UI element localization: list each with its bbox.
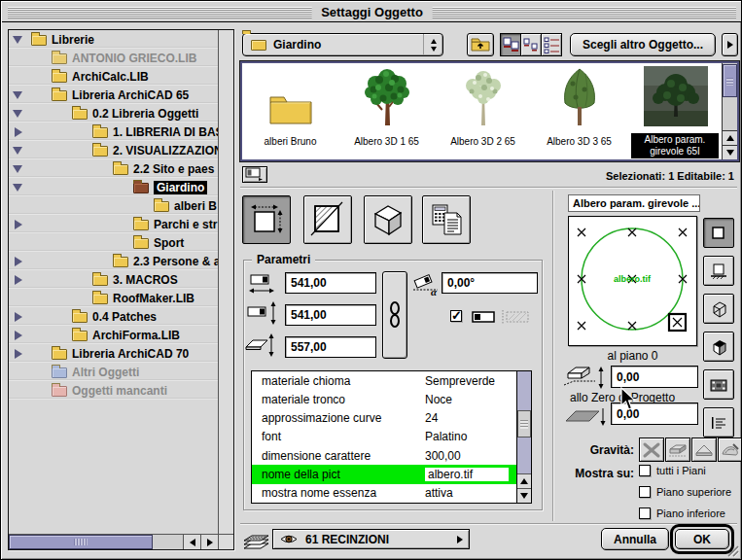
gravity-mesh-button[interactable] bbox=[718, 438, 742, 462]
scroll-down-icon bbox=[520, 493, 528, 499]
panel-layout-button[interactable] bbox=[242, 166, 267, 183]
tab-listing[interactable] bbox=[422, 195, 471, 244]
object-thumbnail-albero-param-girevole-65i[interactable]: Albero param. girevole 65I bbox=[627, 63, 722, 159]
height-input[interactable] bbox=[285, 336, 376, 358]
scroll-down-button[interactable] bbox=[723, 145, 737, 159]
layer-popup[interactable]: 61 RECINZIONI bbox=[272, 529, 470, 549]
tree-dense-thumbnail-icon bbox=[338, 66, 435, 126]
view-large-icons-button[interactable] bbox=[500, 33, 521, 56]
choose-other-object-button[interactable]: Scegli altro Oggetto... bbox=[570, 33, 716, 56]
parameter-row-dimensione-carattere[interactable]: dimensione carattere300,00 bbox=[252, 446, 516, 465]
disclosure-triangle-icon[interactable] bbox=[15, 275, 22, 285]
scrollbar-thumb[interactable] bbox=[517, 410, 531, 438]
gravity-slab-button[interactable] bbox=[665, 438, 690, 462]
tree-item-1-libreria-di-bas[interactable]: 1. LIBRERIA DI BAS bbox=[9, 122, 218, 141]
disclosure-triangle-icon[interactable] bbox=[13, 165, 22, 173]
disclosure-triangle-icon[interactable] bbox=[15, 257, 22, 266]
tree-item-sport[interactable]: Sport bbox=[9, 233, 218, 252]
tree-item-librerie[interactable]: Librerie bbox=[9, 30, 218, 49]
disclosure-triangle-icon[interactable] bbox=[13, 91, 22, 99]
depth-input[interactable] bbox=[285, 304, 376, 326]
tree-item-altri-oggetti[interactable]: Altri Oggetti bbox=[9, 363, 218, 381]
mirror-checkbox[interactable] bbox=[450, 310, 462, 322]
parameter-row-approssimazione-curve[interactable]: approssimazione curve24 bbox=[252, 409, 516, 428]
folder-popup[interactable]: Giardino bbox=[242, 33, 443, 56]
checkbox-piano-inferiore[interactable] bbox=[639, 508, 651, 519]
disclosure-triangle-icon[interactable] bbox=[13, 184, 22, 192]
object-thumbnail-albero-3d-3-65[interactable]: Albero 3D 3 65 bbox=[531, 63, 627, 159]
ok-button[interactable]: OK bbox=[675, 529, 729, 549]
tree-item-3-macros[interactable]: 3. MACROS bbox=[9, 270, 218, 289]
link-dimensions-button[interactable] bbox=[382, 271, 407, 359]
view-list-button[interactable] bbox=[541, 33, 562, 56]
disclosure-triangle-icon[interactable] bbox=[13, 110, 22, 118]
tree-item-parchi-e-str[interactable]: Parchi e str bbox=[9, 215, 218, 233]
elevation-to-floor-input[interactable] bbox=[611, 402, 698, 425]
disclosure-triangle-icon[interactable] bbox=[15, 331, 22, 340]
resize-grip-icon[interactable] bbox=[726, 544, 739, 557]
tree-item-archiforma-lib[interactable]: ArchiForma.LIB bbox=[9, 326, 218, 344]
disclosure-triangle-icon[interactable] bbox=[15, 312, 22, 322]
preview-front-view-button[interactable] bbox=[703, 256, 734, 286]
checkbox-tutti-i-piani[interactable] bbox=[639, 465, 651, 476]
more-options-button[interactable] bbox=[722, 33, 738, 56]
table-scrollbar[interactable] bbox=[516, 371, 531, 503]
tab-section-2d[interactable] bbox=[303, 195, 352, 244]
tree-item-giardino[interactable]: Giardino bbox=[9, 178, 218, 196]
tree-vertical-scrollbar[interactable] bbox=[218, 30, 233, 534]
tree-item-0-2-libreria-oggetti[interactable]: 0.2 Libreria Oggetti bbox=[9, 104, 218, 122]
preview-photorender-button[interactable] bbox=[703, 369, 734, 400]
tree-item-libreria-archicad-70[interactable]: Libreria ArchiCAD 70 bbox=[9, 344, 218, 363]
parameter-row-nome-della-pict[interactable]: nome della pictalbero.tif bbox=[252, 465, 516, 483]
browser-scrollbar[interactable] bbox=[722, 63, 737, 159]
scrollbar-thumb[interactable] bbox=[9, 535, 153, 549]
tree-item-oggetti-mancanti[interactable]: Oggetti mancanti bbox=[9, 381, 218, 400]
scrollbar-thumb[interactable] bbox=[723, 64, 737, 97]
parameter-row-mostra-nome-essenza[interactable]: mostra nome essenzaattiva bbox=[252, 484, 516, 503]
disclosure-triangle-icon[interactable] bbox=[15, 127, 22, 137]
parameter-value-editbox[interactable]: albero.tif bbox=[425, 468, 509, 481]
parameter-row-font[interactable]: fontPalatino bbox=[252, 428, 516, 446]
width-input[interactable] bbox=[285, 272, 376, 294]
tree-item-libreria-archicad-65[interactable]: Libreria ArchiCAD 65 bbox=[9, 86, 218, 104]
object-thumbnail-albero-3d-1-65[interactable]: Albero 3D 1 65 bbox=[338, 63, 435, 159]
disclosure-triangle-icon[interactable] bbox=[15, 220, 22, 229]
tab-dimensions[interactable] bbox=[242, 195, 291, 244]
scroll-up-button[interactable] bbox=[517, 473, 531, 488]
scroll-down-button[interactable] bbox=[517, 488, 531, 503]
view-small-icons-button[interactable] bbox=[520, 33, 542, 56]
disclosure-triangle-icon[interactable] bbox=[13, 36, 22, 44]
gravity-roof-button[interactable] bbox=[691, 438, 717, 462]
tree-item-archicalc-lib[interactable]: ArchiCalc.LIB bbox=[9, 67, 218, 86]
tree-item-2-2-sito-e-paes[interactable]: 2.2 Sito e paes bbox=[9, 159, 218, 178]
disclosure-triangle-icon[interactable] bbox=[13, 147, 22, 155]
scroll-right-button[interactable] bbox=[200, 535, 218, 549]
parameter-row-materiale-tronco[interactable]: materiale troncoNoce bbox=[252, 390, 516, 408]
checkbox-piano-superiore[interactable] bbox=[639, 486, 651, 498]
object-thumbnail-albero-3d-2-65[interactable]: Albero 3D 2 65 bbox=[435, 63, 531, 159]
disclosure-triangle-icon[interactable] bbox=[15, 349, 22, 359]
preview-shaded-button[interactable] bbox=[703, 332, 734, 362]
tree-item-0-4-patches[interactable]: 0.4 Patches bbox=[9, 307, 218, 326]
tree-item-2-3-persone-a[interactable]: 2.3 Persone & a bbox=[9, 252, 218, 270]
tree-item-2-visualizzazion[interactable]: 2. VISUALIZZAZION bbox=[9, 141, 218, 159]
tree-item-roofmaker-lib[interactable]: RoofMaker.LIB bbox=[9, 289, 218, 307]
tree-item-alberi-b[interactable]: alberi B bbox=[9, 196, 218, 215]
parameter-row-materiale-chioma[interactable]: materiale chiomaSempreverde bbox=[252, 371, 516, 390]
object-thumbnail-alberi-bruno[interactable]: alberi Bruno bbox=[242, 63, 338, 159]
tab-3d-model[interactable] bbox=[364, 195, 412, 244]
rotation-angle-input[interactable] bbox=[442, 272, 538, 294]
preview-2d-symbol-button[interactable] bbox=[703, 218, 734, 248]
cancel-button[interactable]: Annulla bbox=[601, 528, 669, 550]
scroll-left-button[interactable] bbox=[183, 535, 200, 549]
scroll-up-button[interactable] bbox=[723, 130, 737, 145]
tree-horizontal-scrollbar[interactable] bbox=[9, 534, 218, 549]
tree-item-antonio-grieco-lib[interactable]: ANTONIO GRIECO.LIB bbox=[9, 49, 218, 67]
preview-wireframe-button[interactable] bbox=[703, 294, 734, 324]
gravity-none-button[interactable] bbox=[639, 438, 664, 462]
title-bar[interactable]: Settaggi Oggetto bbox=[2, 2, 742, 22]
elevation-to-zero-input[interactable] bbox=[611, 366, 698, 388]
preview-description-button[interactable] bbox=[703, 407, 734, 438]
elevation-icon bbox=[562, 362, 609, 391]
up-folder-button[interactable] bbox=[467, 33, 494, 56]
